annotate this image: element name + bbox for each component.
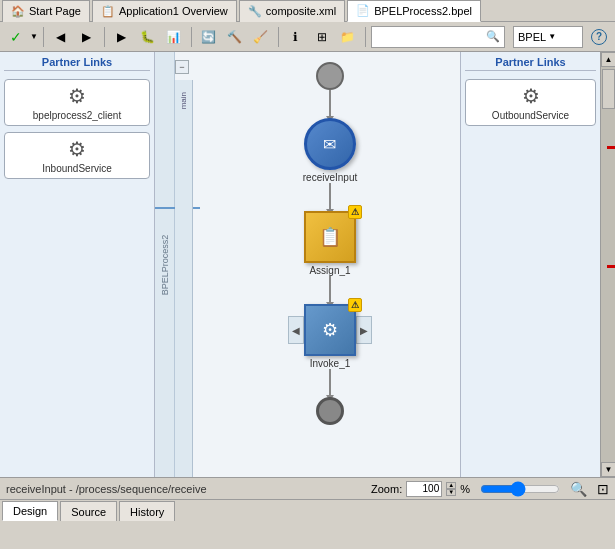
status-bar: receiveInput - /process/sequence/receive…	[0, 477, 615, 499]
grid-btn[interactable]: ⊞	[310, 25, 334, 49]
tab-design-label: Design	[13, 505, 47, 517]
partner-links-right: Partner Links ⚙ OutboundService	[460, 52, 600, 477]
scroll-track	[601, 67, 615, 462]
tab-source[interactable]: Source	[60, 501, 117, 521]
tab-design[interactable]: Design	[2, 501, 58, 521]
flow-diagram: ✉ receiveInput 📋 ⚠ Assign_1	[200, 52, 460, 477]
run-btn[interactable]: ▶	[110, 25, 134, 49]
profile-btn[interactable]: 📊	[162, 25, 186, 49]
tab-history[interactable]: History	[119, 501, 175, 521]
tab-start-page[interactable]: 🏠 Start Page	[2, 0, 90, 22]
bpelclient-label: bpelprocess2_client	[33, 110, 121, 121]
fit-icon[interactable]: 🔍	[570, 481, 587, 497]
vcs-btn[interactable]: 📁	[336, 25, 360, 49]
clean-btn[interactable]: 🧹	[249, 25, 273, 49]
search-input[interactable]	[376, 31, 486, 42]
bpel-stripe: BPELProcess2	[155, 52, 175, 477]
partner-links-left: Partner Links ⚙ bpelprocess2_client ⚙ In…	[0, 52, 155, 477]
app-overview-icon: 📋	[101, 5, 115, 18]
start-page-icon: 🏠	[11, 5, 25, 18]
toolbar-right: BPEL ▼ ?	[513, 25, 611, 49]
bpel-dropdown[interactable]: BPEL ▼	[513, 26, 583, 48]
invoke-node[interactable]: ◀ ⚙ ⚠ ▶ Invoke_1	[288, 304, 372, 369]
partner-outbound[interactable]: ⚙ OutboundService	[465, 79, 596, 126]
sep3	[191, 27, 192, 47]
tab-app-overview-label: Application1 Overview	[119, 5, 228, 17]
receive-icon: ✉	[323, 135, 336, 154]
zoom-control: Zoom: ▲ ▼ %	[371, 481, 470, 497]
canvas-left-toolbar: main	[175, 80, 193, 477]
receive-circle[interactable]: ✉	[304, 118, 356, 170]
tab-composite[interactable]: 🔧 composite.xml	[239, 0, 345, 22]
bpel-stripe-label: BPELProcess2	[160, 234, 170, 295]
connector-4	[329, 369, 331, 397]
receive-node[interactable]: ✉ receiveInput	[303, 118, 357, 183]
zoom-down-btn[interactable]: ▼	[446, 489, 456, 496]
scroll-thumb[interactable]	[602, 69, 615, 109]
sep2	[104, 27, 105, 47]
tab-bpel[interactable]: 📄 BPELProcess2.bpel	[347, 0, 481, 22]
connector-1	[329, 90, 331, 118]
partner-bpelclient[interactable]: ⚙ bpelprocess2_client	[4, 79, 150, 126]
bpel-dropdown-arrow: ▼	[548, 32, 556, 41]
check-icon: ✓	[10, 29, 22, 45]
status-path: receiveInput - /process/sequence/receive	[6, 483, 361, 495]
inbound-label: InboundService	[42, 163, 112, 174]
invoke-label: Invoke_1	[310, 358, 351, 369]
assign-node[interactable]: 📋 ⚠ Assign_1	[304, 211, 356, 276]
bottom-tabs: Design Source History	[0, 499, 615, 521]
canvas-container: BPELProcess2 − main ✉ recei	[155, 52, 460, 477]
debug-btn[interactable]: 🐛	[136, 25, 160, 49]
tab-source-label: Source	[71, 506, 106, 518]
info-btn[interactable]: ℹ	[284, 25, 308, 49]
error-marker-1	[607, 146, 615, 149]
invoke-right-btn[interactable]: ▶	[356, 316, 372, 344]
bpelclient-gear-icon: ⚙	[68, 84, 86, 108]
inbound-gear-icon: ⚙	[68, 137, 86, 161]
sep4	[278, 27, 279, 47]
invoke-left-btn[interactable]: ◀	[288, 316, 304, 344]
partner-inbound[interactable]: ⚙ InboundService	[4, 132, 150, 179]
end-circle	[316, 397, 344, 425]
outbound-gear-icon: ⚙	[522, 84, 540, 108]
left-panel-title: Partner Links	[4, 56, 150, 71]
zoom-reset-icon[interactable]: ⊡	[597, 481, 609, 497]
validate-btn[interactable]: ✓	[4, 25, 28, 49]
right-panel-title: Partner Links	[465, 56, 596, 71]
connector-3	[329, 276, 331, 304]
sep5	[365, 27, 366, 47]
fwd-btn[interactable]: ▶	[75, 25, 99, 49]
tab-app-overview[interactable]: 📋 Application1 Overview	[92, 0, 237, 22]
zoom-slider[interactable]	[480, 482, 560, 496]
tab-bpel-label: BPELProcess2.bpel	[374, 5, 472, 17]
bpel-dropdown-label: BPEL	[518, 31, 546, 43]
tab-composite-label: composite.xml	[266, 5, 336, 17]
assign-label: Assign_1	[309, 265, 350, 276]
sep1	[43, 27, 44, 47]
back-btn[interactable]: ◀	[49, 25, 73, 49]
start-node	[316, 62, 344, 90]
invoke-wrapper: ⚙ ⚠	[304, 304, 356, 356]
zoom-up-btn[interactable]: ▲	[446, 482, 456, 489]
scroll-down-btn[interactable]: ▼	[601, 462, 615, 477]
search-box: 🔍	[371, 26, 505, 48]
right-scrollbar[interactable]: ▲ ▼	[600, 52, 615, 477]
assign-wrapper: 📋 ⚠	[304, 211, 356, 263]
error-marker-2	[607, 265, 615, 268]
zoom-input[interactable]	[406, 481, 442, 497]
collapse-section: −	[175, 60, 189, 74]
help-btn[interactable]: ?	[587, 25, 611, 49]
zoom-spinner: ▲ ▼	[446, 482, 456, 496]
tab-start-page-label: Start Page	[29, 5, 81, 17]
collapse-btn[interactable]: −	[175, 60, 189, 74]
db-btn[interactable]: 🔄	[197, 25, 221, 49]
main-stripe-label: main	[179, 92, 188, 109]
scroll-up-btn[interactable]: ▲	[601, 52, 615, 67]
validate-dropdown-arrow[interactable]: ▼	[30, 32, 38, 41]
connector-2	[329, 183, 331, 211]
end-node	[316, 397, 344, 425]
invoke-warning-badge: ⚠	[348, 298, 362, 312]
outbound-label: OutboundService	[492, 110, 569, 121]
build-btn[interactable]: 🔨	[223, 25, 247, 49]
invoke-row: ◀ ⚙ ⚠ ▶	[288, 304, 372, 356]
